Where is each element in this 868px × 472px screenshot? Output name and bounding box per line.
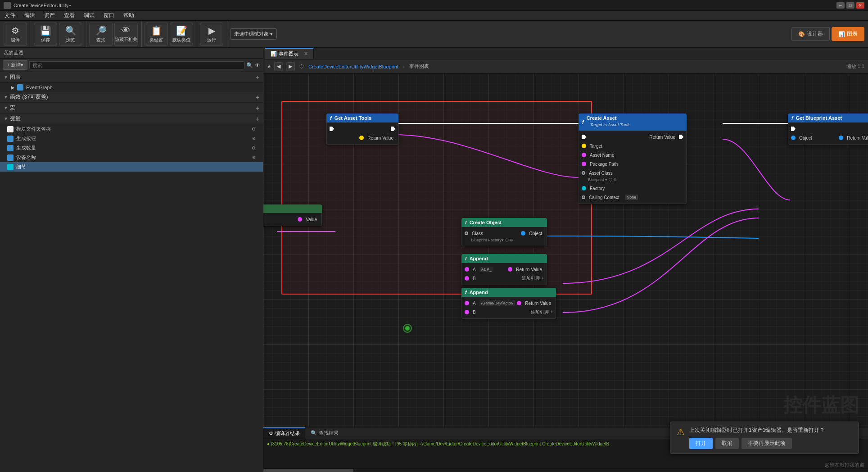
node-append-1[interactable]: f Append A ABP_ Return Value	[461, 254, 547, 285]
sidebar-item-cfg-name[interactable]: 设备名称 ⚙	[0, 153, 263, 162]
var-options-3[interactable]: ⚙	[252, 155, 256, 160]
eye-icon[interactable]: 👁	[255, 62, 260, 68]
sidebar-section-variables[interactable]: ▼ 变量 +	[0, 113, 263, 124]
pin-package-path[interactable]	[582, 162, 586, 166]
pin-a-app2[interactable]	[465, 301, 469, 305]
run-icon: ▶	[208, 25, 215, 36]
node-append-2[interactable]: f Append A /Game/Dev/Actor/ Return Value	[461, 288, 556, 319]
pin-object-gba[interactable]	[791, 136, 796, 140]
log-scrollbar-thumb[interactable]	[263, 469, 353, 472]
sidebar-item-folder-name[interactable]: 模块文件夹名称 ⚙	[0, 124, 263, 134]
pin-exec-in-ca[interactable]	[582, 135, 586, 139]
tab-event-graph[interactable]: 📊 事件图表 ✕	[265, 48, 314, 59]
notification-body: 上次关闭编辑器时已打开1资产1编辑器。是否重新打开？ 打开 取消 不要再显示此项	[689, 427, 825, 449]
var-options-0[interactable]: ⚙	[252, 127, 256, 132]
debug-filter-dropdown[interactable]: 未选中调试对象 ▾	[230, 28, 277, 40]
no-show-button[interactable]: 不要再显示此项	[741, 438, 792, 449]
knot-node[interactable]	[403, 324, 412, 333]
run-button[interactable]: ▶ 运行	[200, 23, 223, 46]
pin-b-app1[interactable]	[465, 276, 469, 281]
pin-exec-in-gba[interactable]	[791, 127, 796, 131]
menu-item-asset[interactable]: 资产	[42, 11, 57, 20]
add-variable-button[interactable]: +	[256, 115, 259, 123]
sidebar-section-macros[interactable]: ▼ 宏 +	[0, 103, 263, 113]
class-defaults-button[interactable]: 📝 默认类值	[170, 23, 193, 46]
menu-item-file[interactable]: 文件	[3, 11, 17, 20]
pin-class-co[interactable]	[465, 231, 468, 235]
window-controls[interactable]: ─ □ ✕	[836, 2, 864, 9]
search-input[interactable]	[29, 61, 244, 69]
blueprint-canvas[interactable]: f Get Asset Tools	[263, 74, 868, 427]
sidebar-item-gen-btn[interactable]: 生成按钮 ⚙	[0, 134, 263, 143]
close-button[interactable]: ✕	[856, 2, 864, 9]
menu-item-debug[interactable]: 调试	[82, 11, 96, 20]
var-options-1[interactable]: ⚙	[252, 136, 256, 141]
add-macro-button[interactable]: +	[256, 104, 259, 112]
node-get-blueprint-asset[interactable]: f Get Blueprint Asset	[788, 113, 868, 145]
add-pin-app1[interactable]: 添加引脚 +	[522, 275, 544, 281]
menu-item-edit[interactable]: 编辑	[23, 11, 37, 20]
node-create-asset[interactable]: f Create Asset Target is Asset Tools Ret…	[579, 113, 687, 204]
compile-button[interactable]: ⚙ 编译	[4, 23, 27, 46]
sidebar-item-event-graph[interactable]: ▶ EventGraph	[0, 83, 263, 92]
pin-return-gba[interactable]	[839, 136, 843, 140]
find-button[interactable]: 🔎 查找	[89, 23, 113, 46]
pin-return-app2[interactable]	[517, 301, 521, 305]
cancel-button[interactable]: 取消	[715, 438, 739, 449]
node-partial-left[interactable]: ... Value	[263, 204, 322, 226]
pin-object-co[interactable]	[521, 231, 525, 236]
knot-icon	[405, 326, 410, 331]
nav-forward-button[interactable]: ▶	[286, 62, 295, 71]
pin-factory[interactable]	[582, 186, 586, 191]
node-header-co: f Create Object	[461, 218, 547, 227]
pin-exec-out-ca[interactable]	[679, 135, 683, 139]
save-button[interactable]: 💾 保存	[34, 23, 57, 46]
pin-a-app1[interactable]	[465, 267, 469, 272]
find-results-label: 查找结果	[319, 430, 339, 436]
add-graph-button[interactable]: +	[256, 74, 259, 81]
search-icon[interactable]: 🔍	[246, 62, 253, 68]
new-button[interactable]: + 新增▾	[3, 60, 27, 70]
sidebar-section-graphs[interactable]: ▼ 图表 +	[0, 72, 263, 83]
pin-target[interactable]	[582, 144, 586, 148]
sidebar-section-functions[interactable]: ▼ 函数 (37可覆盖) +	[0, 92, 263, 103]
compiler-results-label: 编译器结果	[275, 430, 300, 437]
node-create-object[interactable]: f Create Object Class Object B	[461, 218, 547, 246]
pin-b-app2[interactable]	[465, 310, 469, 314]
menu-item-window[interactable]: 窗口	[102, 11, 116, 20]
sidebar-item-details[interactable]: 细节	[0, 162, 263, 172]
pin-exec-in[interactable]	[330, 127, 334, 131]
pin-exec-out[interactable]	[391, 127, 395, 131]
tab-close-icon[interactable]: ✕	[304, 51, 308, 57]
var-options-2[interactable]: ⚙	[252, 145, 256, 150]
minimize-button[interactable]: ─	[836, 2, 845, 9]
sidebar-item-gen-count[interactable]: 生成数量 ⚙	[0, 143, 263, 153]
add-pin-app2[interactable]: 添加引脚 +	[531, 309, 553, 315]
menu-item-view[interactable]: 查看	[62, 11, 77, 20]
class-settings-button[interactable]: 📋 类设置	[145, 23, 168, 46]
star-icon[interactable]: ★	[267, 64, 271, 69]
pin-value-partial[interactable]	[298, 217, 302, 222]
menu-item-help[interactable]: 帮助	[122, 11, 136, 20]
log-tab-compiler[interactable]: ⚙ 编译器结果	[263, 427, 305, 439]
a-label-app2: A	[471, 301, 478, 306]
maximize-button[interactable]: □	[846, 2, 854, 9]
pin-asset-class-dot[interactable]	[582, 171, 585, 175]
node-get-asset-tools[interactable]: f Get Asset Tools	[326, 113, 398, 145]
hide-unrelated-button[interactable]: 👁 隐藏不相关	[114, 23, 138, 46]
browse-button[interactable]: 🔍 浏览	[59, 23, 82, 46]
pin-return-app1[interactable]	[508, 267, 512, 272]
graph-mode-button[interactable]: 📊 图表	[832, 27, 864, 41]
log-scrollbar[interactable]	[263, 468, 868, 472]
add-function-button[interactable]: +	[256, 94, 259, 101]
nav-back-button[interactable]: ◀	[274, 62, 283, 71]
pin-return-value[interactable]	[359, 136, 364, 140]
pin-calling-context-dot[interactable]	[582, 195, 585, 199]
window-title: CreateDeviceEditorUtility+	[14, 3, 836, 8]
open-button[interactable]: 打开	[689, 438, 713, 449]
log-tab-find[interactable]: 🔍 查找结果	[305, 427, 344, 439]
pin-asset-name[interactable]	[582, 153, 586, 157]
toolbar-find-group: 🔎 查找 👁 隐藏不相关	[89, 21, 142, 47]
breadcrumb-blueprint[interactable]: CreateDeviceEditorUtilityWidgetBlueprint	[308, 64, 398, 69]
design-mode-button[interactable]: 🎨 设计器	[791, 27, 830, 41]
